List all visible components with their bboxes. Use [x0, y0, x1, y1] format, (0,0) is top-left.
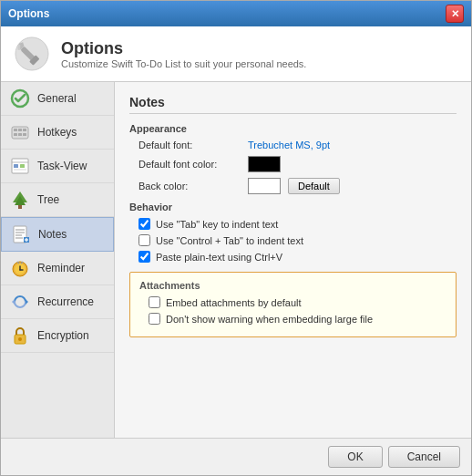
sidebar-item-hotkeys[interactable]: Hotkeys: [1, 116, 114, 150]
sidebar-label-reminder: Reminder: [37, 262, 85, 274]
svg-rect-11: [18, 133, 22, 136]
main-area: General Hotkeys: [1, 82, 471, 438]
svg-rect-20: [18, 205, 22, 209]
close-button[interactable]: ✕: [446, 5, 464, 23]
sidebar-item-task-view[interactable]: Task-View: [1, 150, 114, 183]
general-icon: [10, 88, 30, 109]
content-title: Notes: [129, 95, 457, 114]
svg-rect-6: [12, 127, 28, 139]
sidebar-label-hotkeys: Hotkeys: [37, 126, 77, 139]
svg-rect-7: [14, 129, 17, 131]
header-title: Options: [61, 39, 306, 58]
sidebar-item-notes[interactable]: Notes: [1, 217, 114, 252]
ok-button[interactable]: OK: [328, 446, 382, 468]
no-warning-checkbox[interactable]: [149, 313, 160, 325]
appearance-section-label: Appearance: [129, 123, 457, 134]
paste-plain-label: Paste plain-text using Ctrl+V: [156, 252, 282, 263]
embed-attach-checkbox[interactable]: [149, 296, 160, 308]
title-bar-left: Options: [8, 7, 49, 20]
attachments-title: Attachments: [139, 280, 446, 291]
embed-attach-label: Embed attachments by default: [166, 297, 302, 308]
back-color-row: Back color: Default: [129, 178, 457, 194]
tab-indent-label: Use "Tab" key to indent text: [156, 219, 278, 230]
font-color-label: Default font color:: [139, 159, 248, 170]
svg-rect-9: [23, 129, 26, 131]
paste-plain-row: Paste plain-text using Ctrl+V: [129, 251, 457, 263]
sidebar-label-encryption: Encryption: [37, 329, 89, 342]
font-color-picker[interactable]: [248, 156, 281, 172]
tab-indent-checkbox[interactable]: [139, 218, 150, 230]
svg-marker-36: [12, 299, 15, 305]
no-warning-label: Don't show warning when embedding large …: [166, 314, 373, 325]
default-font-row: Default font: Trebuchet MS, 9pt: [129, 140, 457, 150]
behavior-section-label: Behavior: [129, 202, 457, 212]
no-warning-row: Don't show warning when embedding large …: [139, 313, 446, 325]
title-bar: Options ✕: [1, 1, 471, 26]
wrench-icon: [14, 36, 50, 72]
sidebar: General Hotkeys: [1, 82, 115, 438]
cancel-button[interactable]: Cancel: [388, 446, 460, 468]
font-color-row: Default font color:: [129, 156, 457, 172]
embed-attach-row: Embed attachments by default: [139, 296, 446, 308]
sidebar-label-recurrence: Recurrence: [37, 295, 94, 308]
svg-rect-15: [14, 164, 18, 168]
default-font-label: Default font:: [139, 140, 248, 150]
svg-rect-8: [18, 129, 22, 131]
sidebar-item-tree[interactable]: Tree: [1, 183, 114, 217]
header-subtitle: Customize Swift To-Do List to suit your …: [61, 58, 306, 69]
ctrl-tab-indent-label: Use "Control + Tab" to indent text: [156, 235, 303, 246]
ctrl-tab-indent-checkbox[interactable]: [139, 234, 150, 246]
recurrence-icon: [10, 292, 30, 312]
reminder-icon: [10, 258, 30, 278]
taskview-icon: [10, 156, 30, 176]
default-button[interactable]: Default: [288, 178, 340, 194]
attachments-box: Attachments Embed attachments by default…: [129, 272, 457, 337]
svg-point-38: [18, 337, 22, 341]
svg-rect-16: [20, 164, 25, 168]
content-area: Notes Appearance Default font: Trebuchet…: [115, 82, 471, 438]
back-color-picker[interactable]: [248, 178, 281, 194]
tab-indent-row: Use "Tab" key to indent text: [129, 218, 457, 230]
svg-rect-12: [23, 133, 26, 136]
tree-icon: [10, 190, 30, 210]
sidebar-label-task-view: Task-View: [37, 160, 87, 172]
svg-rect-10: [14, 133, 17, 136]
sidebar-label-tree: Tree: [37, 193, 59, 206]
sidebar-label-notes: Notes: [38, 228, 67, 241]
hotkeys-icon: [10, 122, 30, 142]
sidebar-item-general[interactable]: General: [1, 82, 114, 116]
footer: OK Cancel: [1, 438, 471, 475]
header-area: Options Customize Swift To-Do List to su…: [1, 26, 471, 82]
sidebar-label-general: General: [37, 92, 77, 105]
ctrl-tab-indent-row: Use "Control + Tab" to indent text: [129, 234, 457, 246]
options-window: Options ✕ Options Customize Swift To-Do …: [0, 0, 472, 476]
back-color-label: Back color:: [139, 181, 248, 191]
notes-icon: [11, 224, 31, 244]
sidebar-item-recurrence[interactable]: Recurrence: [1, 285, 114, 319]
header-text: Options Customize Swift To-Do List to su…: [61, 39, 306, 69]
svg-marker-35: [26, 299, 28, 305]
default-font-value[interactable]: Trebuchet MS, 9pt: [248, 140, 330, 150]
sidebar-item-reminder[interactable]: Reminder: [1, 252, 114, 285]
title-bar-text: Options: [8, 7, 49, 20]
encryption-icon: [10, 326, 30, 346]
paste-plain-checkbox[interactable]: [139, 251, 150, 263]
sidebar-item-encryption[interactable]: Encryption: [1, 319, 114, 353]
